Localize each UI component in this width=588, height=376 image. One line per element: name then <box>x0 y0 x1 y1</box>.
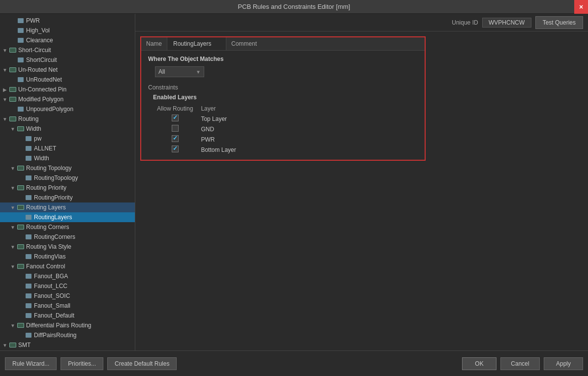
tree-item-short-circuit-item[interactable]: ShortCircuit <box>0 55 135 65</box>
rule-wizard-button[interactable]: Rule Wizard... <box>5 357 57 370</box>
tree-item-label: Fanout Control <box>26 263 65 270</box>
tree-item-label: RoutingPriority <box>34 194 73 201</box>
tree-item-width-group[interactable]: ▼Width <box>0 124 135 134</box>
checkbox-cell[interactable] <box>153 145 197 155</box>
tree-item-diff-pairs-routing-group[interactable]: ▼Differential Pairs Routing <box>0 320 135 330</box>
enabled-layers-title: Enabled Layers <box>153 94 418 101</box>
layer-checkbox[interactable] <box>172 125 179 132</box>
tree-item-routing-vias-item[interactable]: RoutingVias <box>0 252 135 261</box>
tree-item-smt-group[interactable]: ▼SMT <box>0 340 135 350</box>
group-icon <box>9 95 17 103</box>
constraints-label: Constraints <box>148 84 418 91</box>
leaf-icon <box>25 331 32 339</box>
tree-item-label: SMT <box>18 342 31 348</box>
leaf-icon <box>17 17 25 25</box>
expand-arrow-icon: ▼ <box>10 165 16 171</box>
tree-item-label: DiffPairsRouting <box>34 332 76 339</box>
cancel-button[interactable]: Cancel <box>500 357 540 370</box>
leaf-icon <box>25 135 32 143</box>
priorities-button[interactable]: Priorities... <box>61 357 103 370</box>
tree-item-routing-via-style-group[interactable]: ▼Routing Via Style <box>0 242 135 252</box>
layer-checkbox[interactable] <box>172 115 179 121</box>
tree-item-fanout-control-group[interactable]: ▼Fanout Control <box>0 261 135 271</box>
tree-item-diff-pairs-item[interactable]: DiffPairsRouting <box>0 330 135 340</box>
tree-item-label: Width <box>26 125 41 132</box>
where-dropdown[interactable]: All ▼ <box>155 66 204 77</box>
rule-name-label: Name <box>141 37 167 50</box>
tree-item-label: Fanout_SOIC <box>34 292 70 299</box>
editor-panel: Name RoutingLayers Comment Where The Obj… <box>135 31 588 350</box>
tree-item-routing-layers-item[interactable]: RoutingLayers <box>0 212 135 222</box>
tree-item-pw-item[interactable]: pw <box>0 134 135 144</box>
tree-item-high-vol[interactable]: High_Vol <box>0 26 135 35</box>
main-container: PWRHigh_VolClearance▼Short-CircuitShortC… <box>0 14 588 376</box>
group-icon <box>9 341 17 349</box>
tree-item-unrouted-net-group[interactable]: ▼Un-Routed Net <box>0 65 135 75</box>
expand-arrow-icon: ▼ <box>2 67 8 73</box>
apply-button[interactable]: Apply <box>544 357 583 370</box>
tree-item-fanout-small-item[interactable]: Fanout_Small <box>0 301 135 311</box>
leaf-icon <box>25 272 32 280</box>
tree-item-label: ALLNET <box>34 145 56 152</box>
tree-item-label: Routing Topology <box>26 165 72 172</box>
close-button[interactable]: × <box>574 0 588 14</box>
leaf-icon <box>17 105 25 113</box>
expand-arrow-icon: ▼ <box>10 322 16 328</box>
test-queries-button[interactable]: Test Queries <box>535 16 583 29</box>
top-bar: Unique ID WVPHCNCW Test Queries <box>135 14 588 31</box>
tree-item-short-circuit-group[interactable]: ▼Short-Circuit <box>0 45 135 55</box>
checkbox-cell[interactable] <box>153 114 197 124</box>
tree-item-label: Fanout_LCC <box>34 283 67 289</box>
group-icon <box>9 115 17 123</box>
tree-item-unpoured-polygon-item[interactable]: UnpouredPolygon <box>0 104 135 114</box>
tree-item-routing-topology-group[interactable]: ▼Routing Topology <box>0 163 135 173</box>
expand-arrow-icon: ▼ <box>2 342 8 348</box>
tree-item-label: Fanout_BGA <box>34 273 68 280</box>
bottom-left-buttons: Rule Wizard... Priorities... Create Defa… <box>5 357 458 370</box>
tree-item-fanout-soic-item[interactable]: Fanout_SOIC <box>0 291 135 301</box>
tree-item-unconnected-pin-group[interactable]: ▶Un-Connected Pin <box>0 85 135 94</box>
leaf-icon <box>17 36 25 44</box>
tree-item-routing-layers-group[interactable]: ▼Routing Layers <box>0 202 135 212</box>
leaf-icon <box>25 213 32 221</box>
tree-item-routing-group[interactable]: ▼Routing <box>0 114 135 124</box>
layer-checkbox[interactable] <box>172 145 179 152</box>
expand-arrow-icon: ▼ <box>10 244 16 250</box>
tree-item-routing-topology-item[interactable]: RoutingTopology <box>0 173 135 183</box>
leaf-icon <box>25 312 32 319</box>
tree-item-routing-priority-item[interactable]: RoutingPriority <box>0 193 135 202</box>
tree-item-label: Fanout_Default <box>34 312 74 319</box>
tree-item-label: Routing <box>18 116 38 122</box>
where-title: Where The Object Matches <box>148 56 418 62</box>
tree-item-label: Width <box>34 155 49 162</box>
tree-item-modified-polygon-group[interactable]: ▼Modified Polygon <box>0 94 135 104</box>
constraints-section: Constraints Enabled Layers Allow Routing… <box>148 84 418 155</box>
tree-item-routing-corners-item[interactable]: RoutingCorners <box>0 232 135 242</box>
tree-item-label: Routing Layers <box>26 204 66 211</box>
checkbox-cell[interactable] <box>153 124 197 134</box>
expand-arrow-icon: ▼ <box>10 126 16 132</box>
create-default-rules-button[interactable]: Create Default Rules <box>107 357 177 370</box>
checkbox-cell[interactable] <box>153 134 197 145</box>
ok-button[interactable]: OK <box>462 357 496 370</box>
tree-item-clearance-item[interactable]: Clearance <box>0 35 135 45</box>
tree-item-unrouted-net-item[interactable]: UnRoutedNet <box>0 75 135 85</box>
tree-item-routing-priority-group[interactable]: ▼Routing Priority <box>0 183 135 193</box>
rule-name-value: RoutingLayers <box>167 37 226 50</box>
layer-checkbox[interactable] <box>172 135 179 142</box>
tree-item-fanout-bga-item[interactable]: Fanout_BGA <box>0 271 135 281</box>
leaf-icon <box>25 292 32 300</box>
title-bar: PCB Rules and Constraints Editor [mm] × <box>0 0 588 14</box>
group-icon <box>17 243 25 251</box>
tree-item-label: RoutingVias <box>34 253 66 260</box>
tree-item-label: Modified Polygon <box>18 96 63 103</box>
group-icon <box>9 46 17 54</box>
tree-item-pwr[interactable]: PWR <box>0 16 135 26</box>
tree-item-fanout-default-item[interactable]: Fanout_Default <box>0 311 135 320</box>
tree-item-fanout-lcc-item[interactable]: Fanout_LCC <box>0 281 135 291</box>
tree-item-allnet-item[interactable]: ALLNET <box>0 144 135 153</box>
tree-item-width-item[interactable]: Width <box>0 153 135 163</box>
layer-name: Top Layer <box>197 114 240 124</box>
tree-item-routing-corners-group[interactable]: ▼Routing Corners <box>0 222 135 232</box>
tree-item-label: ShortCircuit <box>26 57 57 63</box>
